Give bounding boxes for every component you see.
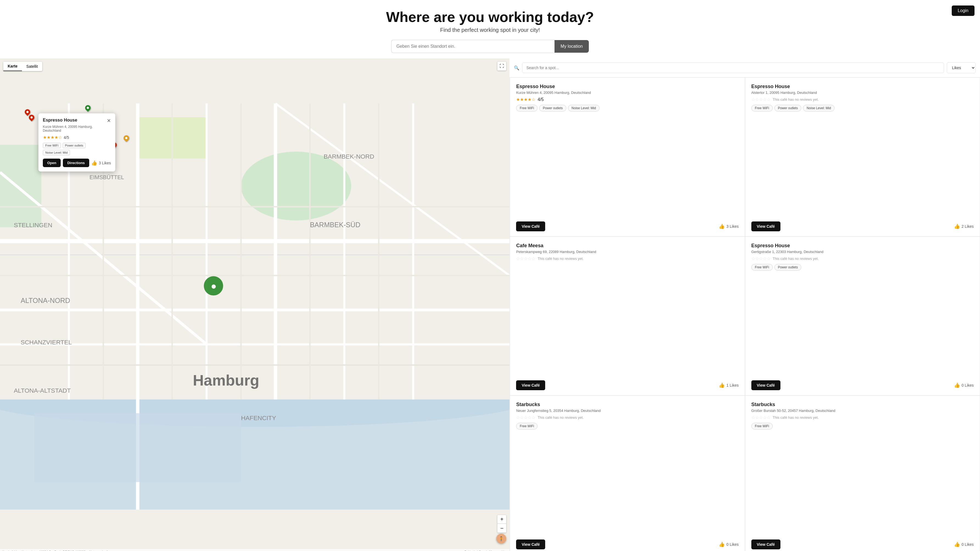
map-fullscreen-button[interactable]: ⛶ [497, 62, 506, 70]
cafe-tag: Free WiFi [751, 105, 773, 111]
cafe-tags: Free WiFiPower outletsNoise Level: Mid [751, 105, 974, 111]
map-popup: Espresso House ✕ Kurze Mühren 4, 20095 H… [38, 113, 115, 171]
map-type-satellit[interactable]: Satellit [22, 62, 42, 71]
popup-close-button[interactable]: ✕ [107, 118, 111, 124]
card-footer: View Café 👍 1 Likes [516, 380, 738, 390]
popup-header: Espresso House ✕ [43, 118, 111, 124]
card-likes[interactable]: 👍 2 Likes [954, 223, 974, 229]
popup-likes-count: 3 Likes [99, 161, 111, 165]
cafe-address: Alstertor 1, 20095 Hamburg, Deutschland [751, 91, 974, 95]
cafe-tag: Power outlets [775, 264, 802, 271]
sort-select[interactable]: Likes Rating Distance [947, 62, 975, 73]
popup-likes[interactable]: 👍 3 Likes [91, 160, 111, 166]
view-cafe-button[interactable]: View Café [516, 221, 545, 231]
card-likes[interactable]: 👍 0 Likes [954, 541, 974, 548]
popup-tag-power: Power outlets [63, 143, 86, 148]
map-section: Hamburg ALTONA-NORD ALTONA-ALTSTADT BARM… [0, 59, 509, 551]
cafe-card: Espresso House Alstertor 1, 20095 Hambur… [745, 77, 980, 237]
card-likes[interactable]: 👍 0 Likes [719, 541, 738, 548]
cafe-tags: Free WiFi [516, 423, 738, 429]
map-zoom-out-button[interactable]: − [497, 524, 506, 533]
view-cafe-button[interactable]: View Café [516, 540, 545, 549]
popup-name: Espresso House [43, 118, 77, 123]
page-subtitle: Find the perfect working spot in your ci… [5, 27, 975, 33]
map-pin-yellow[interactable] [123, 134, 130, 142]
cafe-card: Cafe Meesa Peterskampweg 69, 22089 Hambu… [510, 237, 745, 396]
search-icon: 🔍 [514, 65, 519, 70]
popup-rating: ★★★★☆ 4/5 [43, 135, 111, 140]
cafe-stars: ★★★★☆ [516, 97, 535, 102]
like-icon: 👍 [91, 160, 97, 166]
login-button[interactable]: Login [952, 5, 975, 16]
svg-point-36 [204, 276, 223, 295]
popup-directions-button[interactable]: Directions [63, 159, 89, 167]
card-footer: View Café 👍 0 Likes [751, 540, 974, 549]
svg-line-16 [0, 172, 207, 345]
map-zoom-controls: + − [497, 515, 506, 533]
card-likes[interactable]: 👍 3 Likes [719, 223, 738, 229]
cafe-tag: Power outlets [539, 105, 566, 111]
card-footer: View Café 👍 0 Likes [751, 380, 974, 390]
svg-text:ALTONA-NORD: ALTONA-NORD [21, 297, 70, 304]
card-likes[interactable]: 👍 0 Likes [954, 382, 974, 388]
popup-address: Kurze Mühren 4, 20095 Hamburg, Deutschla… [43, 125, 111, 133]
map-type-karte[interactable]: Karte [3, 62, 22, 71]
map-street-view[interactable]: 🧍 [496, 534, 506, 544]
popup-actions: Open Directions 👍 3 Likes [43, 159, 111, 167]
likes-count: 0 Likes [726, 542, 738, 546]
my-location-button[interactable]: My location [555, 40, 589, 53]
cafe-tag: Power outlets [775, 105, 802, 111]
svg-text:●: ● [211, 280, 216, 291]
cafe-address: Neuer Jungfernstieg 5, 20354 Hamburg, De… [516, 408, 738, 413]
cafe-stars: ☆☆☆☆☆ [516, 256, 535, 261]
popup-tag-noise: Noise Level: Mid [43, 150, 70, 155]
cafe-tag: Noise Level: Mid [568, 105, 600, 111]
popup-tags: Free WiFi Power outlets Noise Level: Mid [43, 143, 111, 155]
cafe-address: Peterskampweg 69, 22089 Hamburg, Deutsch… [516, 250, 738, 254]
cafe-card: Starbucks Großer Burstah 50-52, 20457 Ha… [745, 395, 980, 551]
map-pin-green[interactable] [84, 104, 92, 112]
like-icon: 👍 [954, 382, 960, 388]
cafe-tag: Free WiFi [751, 264, 773, 271]
rating-row: ☆☆☆☆☆ This café has no reviews yet. [516, 256, 738, 261]
map-zoom-in-button[interactable]: + [497, 515, 506, 524]
popup-btn-group: Open Directions [43, 159, 89, 167]
map-attribution: Kurzbefehle Kartendaten ©2024 GeoBasis-D… [0, 549, 509, 551]
view-cafe-button[interactable]: View Café [751, 380, 780, 390]
cafe-name: Starbucks [516, 402, 738, 408]
card-footer: View Café 👍 2 Likes [751, 221, 974, 231]
cafe-address: Kurze Mühren 4, 20095 Hamburg, Deutschla… [516, 91, 738, 95]
like-icon: 👍 [719, 541, 725, 548]
map-container[interactable]: Hamburg ALTONA-NORD ALTONA-ALTSTADT BARM… [0, 59, 509, 551]
right-panel: 🔍 Likes Rating Distance Espresso House K… [509, 59, 980, 551]
map-pin[interactable] [28, 114, 35, 121]
cafe-no-review: This café has no reviews yet. [538, 416, 584, 419]
svg-rect-0 [0, 400, 509, 510]
cards-grid: Espresso House Kurze Mühren 4, 20095 Ham… [509, 77, 980, 551]
header: Login Where are you working today? Find … [0, 0, 980, 40]
popup-open-button[interactable]: Open [43, 159, 60, 167]
location-search-bar: My location [386, 40, 594, 59]
rating-row: ★★★★☆ 4/5 [516, 97, 738, 102]
view-cafe-button[interactable]: View Café [751, 540, 780, 549]
svg-text:Hamburg: Hamburg [193, 372, 259, 389]
cafe-name: Espresso House [751, 243, 974, 249]
view-cafe-button[interactable]: View Café [516, 380, 545, 390]
popup-tag-wifi: Free WiFi [43, 143, 61, 148]
cafe-name: Espresso House [751, 84, 974, 89]
panel-search-bar: 🔍 Likes Rating Distance [509, 59, 980, 77]
cafe-tags: Free WiFi [751, 423, 974, 429]
location-input[interactable] [391, 40, 555, 53]
rating-row: ☆☆☆☆☆ This café has no reviews yet. [516, 415, 738, 420]
view-cafe-button[interactable]: View Café [751, 221, 780, 231]
likes-count: 0 Likes [962, 383, 974, 387]
card-likes[interactable]: 👍 1 Likes [719, 382, 738, 388]
spot-search-input[interactable] [522, 63, 944, 73]
likes-count: 3 Likes [726, 224, 738, 229]
cafe-name: Cafe Meesa [516, 243, 738, 249]
svg-text:STELLINGEN: STELLINGEN [14, 222, 52, 229]
cafe-tag: Free WiFi [516, 105, 538, 111]
street-view-icon[interactable]: 🧍 [496, 534, 506, 544]
likes-count: 0 Likes [962, 542, 974, 546]
cafe-no-review: This café has no reviews yet. [773, 416, 819, 419]
